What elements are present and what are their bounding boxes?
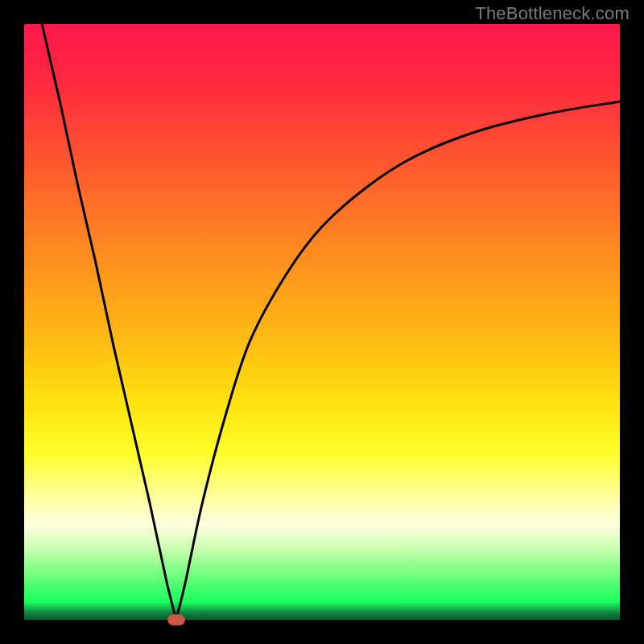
- watermark-text: TheBottleneck.com: [475, 3, 630, 24]
- curve-right-branch: [176, 101, 620, 620]
- chart-frame: TheBottleneck.com: [0, 0, 644, 644]
- bottleneck-curve: [24, 24, 620, 620]
- optimum-marker: [167, 614, 185, 625]
- curve-left-branch: [42, 24, 176, 620]
